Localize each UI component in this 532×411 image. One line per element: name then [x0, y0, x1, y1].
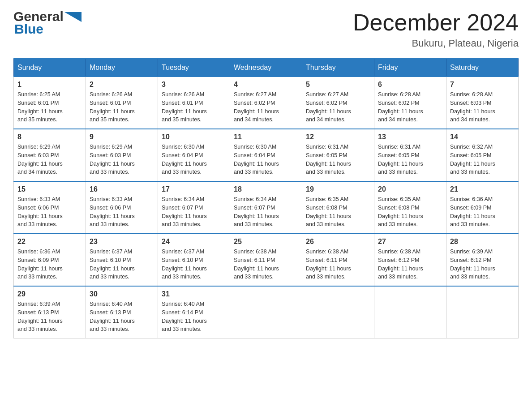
day-number: 7: [450, 81, 515, 89]
page-header: General Blue December 2024 Bukuru, Plate…: [13, 9, 519, 49]
day-info: Sunrise: 6:30 AM Sunset: 6:04 PM Dayligh…: [234, 143, 298, 176]
day-info: Sunrise: 6:34 AM Sunset: 6:07 PM Dayligh…: [234, 195, 298, 229]
table-row: 13 Sunrise: 6:31 AM Sunset: 6:05 PM Dayl…: [374, 129, 446, 181]
table-row: 9 Sunrise: 6:29 AM Sunset: 6:03 PM Dayli…: [86, 129, 158, 181]
day-info: Sunrise: 6:27 AM Sunset: 6:02 PM Dayligh…: [234, 90, 298, 124]
table-row: 24 Sunrise: 6:37 AM Sunset: 6:10 PM Dayl…: [158, 234, 230, 286]
table-row: 7 Sunrise: 6:28 AM Sunset: 6:03 PM Dayli…: [446, 77, 519, 129]
col-wednesday: Wednesday: [230, 59, 302, 77]
svg-marker-0: [64, 12, 82, 22]
table-row: 10 Sunrise: 6:30 AM Sunset: 6:04 PM Dayl…: [158, 129, 230, 181]
day-info: Sunrise: 6:28 AM Sunset: 6:03 PM Dayligh…: [450, 90, 515, 124]
col-thursday: Thursday: [302, 59, 374, 77]
logo: General Blue: [13, 9, 82, 37]
table-row: 2 Sunrise: 6:26 AM Sunset: 6:01 PM Dayli…: [86, 77, 158, 129]
col-saturday: Saturday: [446, 59, 519, 77]
calendar-week-row: 15 Sunrise: 6:33 AM Sunset: 6:06 PM Dayl…: [14, 181, 519, 234]
day-info: Sunrise: 6:33 AM Sunset: 6:06 PM Dayligh…: [90, 195, 154, 229]
col-friday: Friday: [374, 59, 446, 77]
location: Bukuru, Plateau, Nigeria: [353, 38, 519, 49]
table-row: [446, 286, 519, 338]
day-number: 24: [162, 238, 226, 246]
table-row: 15 Sunrise: 6:33 AM Sunset: 6:06 PM Dayl…: [14, 181, 86, 234]
day-info: Sunrise: 6:29 AM Sunset: 6:03 PM Dayligh…: [90, 143, 154, 176]
table-row: 22 Sunrise: 6:36 AM Sunset: 6:09 PM Dayl…: [14, 234, 86, 286]
table-row: 25 Sunrise: 6:38 AM Sunset: 6:11 PM Dayl…: [230, 234, 302, 286]
day-number: 8: [17, 133, 82, 141]
table-row: 16 Sunrise: 6:33 AM Sunset: 6:06 PM Dayl…: [86, 181, 158, 234]
day-info: Sunrise: 6:34 AM Sunset: 6:07 PM Dayligh…: [162, 195, 226, 229]
day-number: 11: [234, 133, 298, 141]
logo-arrow-icon: [64, 12, 82, 22]
table-row: 3 Sunrise: 6:26 AM Sunset: 6:01 PM Dayli…: [158, 77, 230, 129]
day-info: Sunrise: 6:30 AM Sunset: 6:04 PM Dayligh…: [162, 143, 226, 176]
day-number: 18: [234, 185, 298, 193]
day-info: Sunrise: 6:39 AM Sunset: 6:13 PM Dayligh…: [17, 300, 82, 334]
table-row: 8 Sunrise: 6:29 AM Sunset: 6:03 PM Dayli…: [14, 129, 86, 181]
day-number: 15: [17, 185, 82, 193]
day-info: Sunrise: 6:28 AM Sunset: 6:02 PM Dayligh…: [378, 90, 442, 124]
table-row: 17 Sunrise: 6:34 AM Sunset: 6:07 PM Dayl…: [158, 181, 230, 234]
table-row: 18 Sunrise: 6:34 AM Sunset: 6:07 PM Dayl…: [230, 181, 302, 234]
day-number: 4: [234, 81, 298, 89]
day-info: Sunrise: 6:38 AM Sunset: 6:11 PM Dayligh…: [234, 248, 298, 281]
table-row: 4 Sunrise: 6:27 AM Sunset: 6:02 PM Dayli…: [230, 77, 302, 129]
table-row: 30 Sunrise: 6:40 AM Sunset: 6:13 PM Dayl…: [86, 286, 158, 338]
table-row: [230, 286, 302, 338]
day-number: 26: [306, 238, 370, 246]
day-number: 28: [450, 238, 515, 246]
day-info: Sunrise: 6:36 AM Sunset: 6:09 PM Dayligh…: [17, 248, 82, 281]
day-number: 20: [378, 185, 442, 193]
day-info: Sunrise: 6:39 AM Sunset: 6:12 PM Dayligh…: [450, 248, 515, 281]
table-row: 20 Sunrise: 6:35 AM Sunset: 6:08 PM Dayl…: [374, 181, 446, 234]
calendar-week-row: 8 Sunrise: 6:29 AM Sunset: 6:03 PM Dayli…: [14, 129, 519, 181]
day-number: 10: [162, 133, 226, 141]
day-number: 13: [378, 133, 442, 141]
table-row: [374, 286, 446, 338]
day-number: 14: [450, 133, 515, 141]
table-row: 27 Sunrise: 6:38 AM Sunset: 6:12 PM Dayl…: [374, 234, 446, 286]
day-info: Sunrise: 6:26 AM Sunset: 6:01 PM Dayligh…: [162, 90, 226, 124]
table-row: 12 Sunrise: 6:31 AM Sunset: 6:05 PM Dayl…: [302, 129, 374, 181]
day-number: 6: [378, 81, 442, 89]
day-info: Sunrise: 6:38 AM Sunset: 6:11 PM Dayligh…: [306, 248, 370, 281]
day-info: Sunrise: 6:33 AM Sunset: 6:06 PM Dayligh…: [17, 195, 82, 229]
day-info: Sunrise: 6:26 AM Sunset: 6:01 PM Dayligh…: [90, 90, 154, 124]
day-info: Sunrise: 6:36 AM Sunset: 6:09 PM Dayligh…: [450, 195, 515, 229]
day-number: 25: [234, 238, 298, 246]
day-number: 16: [90, 185, 154, 193]
col-sunday: Sunday: [14, 59, 86, 77]
calendar-week-row: 22 Sunrise: 6:36 AM Sunset: 6:09 PM Dayl…: [14, 234, 519, 286]
day-number: 9: [90, 133, 154, 141]
day-number: 22: [17, 238, 82, 246]
day-number: 17: [162, 185, 226, 193]
day-number: 23: [90, 238, 154, 246]
day-info: Sunrise: 6:27 AM Sunset: 6:02 PM Dayligh…: [306, 90, 370, 124]
table-row: 19 Sunrise: 6:35 AM Sunset: 6:08 PM Dayl…: [302, 181, 374, 234]
day-number: 19: [306, 185, 370, 193]
day-info: Sunrise: 6:29 AM Sunset: 6:03 PM Dayligh…: [17, 143, 82, 176]
table-row: 23 Sunrise: 6:37 AM Sunset: 6:10 PM Dayl…: [86, 234, 158, 286]
day-number: 2: [90, 81, 154, 89]
table-row: 28 Sunrise: 6:39 AM Sunset: 6:12 PM Dayl…: [446, 234, 519, 286]
day-number: 31: [162, 290, 226, 298]
day-info: Sunrise: 6:31 AM Sunset: 6:05 PM Dayligh…: [306, 143, 370, 176]
table-row: [302, 286, 374, 338]
day-info: Sunrise: 6:37 AM Sunset: 6:10 PM Dayligh…: [162, 248, 226, 281]
day-info: Sunrise: 6:31 AM Sunset: 6:05 PM Dayligh…: [378, 143, 442, 176]
day-number: 3: [162, 81, 226, 89]
day-info: Sunrise: 6:40 AM Sunset: 6:13 PM Dayligh…: [90, 300, 154, 334]
day-info: Sunrise: 6:32 AM Sunset: 6:05 PM Dayligh…: [450, 143, 515, 176]
table-row: 26 Sunrise: 6:38 AM Sunset: 6:11 PM Dayl…: [302, 234, 374, 286]
calendar-header-row: Sunday Monday Tuesday Wednesday Thursday…: [14, 59, 519, 77]
day-info: Sunrise: 6:25 AM Sunset: 6:01 PM Dayligh…: [17, 90, 82, 124]
col-tuesday: Tuesday: [158, 59, 230, 77]
day-info: Sunrise: 6:35 AM Sunset: 6:08 PM Dayligh…: [306, 195, 370, 229]
table-row: 11 Sunrise: 6:30 AM Sunset: 6:04 PM Dayl…: [230, 129, 302, 181]
table-row: 31 Sunrise: 6:40 AM Sunset: 6:14 PM Dayl…: [158, 286, 230, 338]
month-title: December 2024: [353, 9, 519, 36]
day-number: 1: [17, 81, 82, 89]
day-number: 21: [450, 185, 515, 193]
day-number: 27: [378, 238, 442, 246]
logo-blue-text: Blue: [14, 21, 43, 37]
